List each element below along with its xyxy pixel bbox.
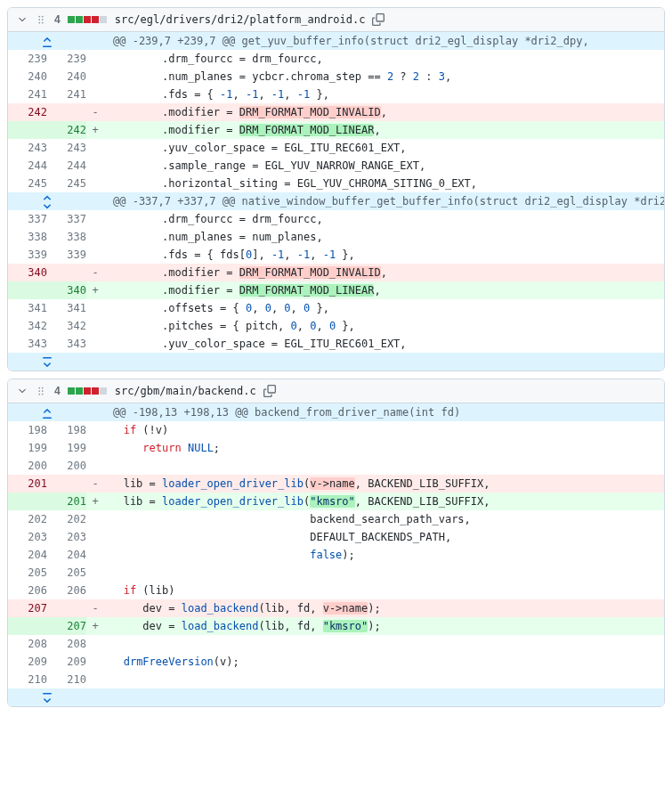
new-line-number[interactable]: 337 xyxy=(47,210,86,228)
old-line-number[interactable]: 210 xyxy=(8,671,47,688)
old-line-number[interactable]: 205 xyxy=(8,564,47,582)
old-line-number[interactable]: 206 xyxy=(8,582,47,599)
new-line-number[interactable] xyxy=(47,599,86,617)
old-line-number[interactable]: 244 xyxy=(8,157,47,175)
chevron-down-icon[interactable] xyxy=(17,14,28,25)
old-line-number[interactable]: 341 xyxy=(8,299,47,317)
old-line-number[interactable]: 245 xyxy=(8,175,47,192)
diff-sign xyxy=(86,653,104,671)
code-content: DEFAULT_BACKENDS_PATH, xyxy=(104,528,664,546)
old-line-number[interactable]: 240 xyxy=(8,68,47,86)
diff-ctx-row: 339339 .fds = { fds[0], -1, -1, -1 }, xyxy=(8,246,664,264)
copy-path-icon[interactable] xyxy=(263,385,276,397)
new-line-number[interactable]: 207 xyxy=(47,617,86,635)
new-line-number[interactable]: 206 xyxy=(47,582,86,599)
old-line-number[interactable]: 203 xyxy=(8,528,47,546)
new-line-number[interactable]: 239 xyxy=(47,50,86,68)
old-line-number[interactable]: 198 xyxy=(8,421,47,439)
old-line-number[interactable]: 343 xyxy=(8,335,47,353)
diff-sign xyxy=(86,86,104,103)
hunk-header-text: @@ -198,13 +198,13 @@ backend_from_drive… xyxy=(104,403,664,421)
hunk-header-row: @@ -239,7 +239,7 @@ get_yuv_buffer_info(… xyxy=(8,32,664,50)
old-line-number[interactable]: 339 xyxy=(8,246,47,264)
diff-sign xyxy=(86,139,104,157)
grip-icon[interactable] xyxy=(35,13,47,26)
diff-ctx-row: 243243 .yuv_color_space = EGL_ITU_REC601… xyxy=(8,139,664,157)
diff-del-row: 242- .modifier = DRM_FORMAT_MOD_INVALID, xyxy=(8,103,664,121)
old-line-number[interactable]: 337 xyxy=(8,210,47,228)
diff-ctx-row: 338338 .num_planes = num_planes, xyxy=(8,228,664,246)
diff-ctx-row: 244244 .sample_range = EGL_YUV_NARROW_RA… xyxy=(8,157,664,175)
chevron-down-icon[interactable] xyxy=(17,386,28,396)
diff-sign xyxy=(86,68,104,86)
old-line-number[interactable]: 243 xyxy=(8,139,47,157)
new-line-number[interactable]: 198 xyxy=(47,421,86,439)
file-path[interactable]: src/egl/drivers/dri2/platform_android.c xyxy=(115,13,366,26)
new-line-number[interactable]: 209 xyxy=(47,653,86,671)
new-line-number[interactable]: 240 xyxy=(47,68,86,86)
code-content: dev = load_backend(lib, fd, v->name); xyxy=(104,599,664,617)
diff-add-row: 242+ .modifier = DRM_FORMAT_MOD_LINEAR, xyxy=(8,121,664,139)
new-line-number[interactable]: 338 xyxy=(47,228,86,246)
expand-down-button[interactable] xyxy=(8,353,86,370)
diff-stat-squares xyxy=(68,16,108,23)
new-line-number[interactable]: 204 xyxy=(47,546,86,564)
new-line-number[interactable]: 244 xyxy=(47,157,86,175)
diff-sign xyxy=(86,564,104,582)
old-line-number[interactable] xyxy=(8,493,47,510)
old-line-number[interactable]: 342 xyxy=(8,317,47,335)
new-line-number[interactable]: 205 xyxy=(47,564,86,582)
old-line-number[interactable]: 208 xyxy=(8,635,47,653)
old-line-number[interactable]: 202 xyxy=(8,510,47,528)
old-line-number[interactable]: 209 xyxy=(8,653,47,671)
new-line-number[interactable]: 200 xyxy=(47,457,86,475)
new-line-number[interactable]: 241 xyxy=(47,86,86,103)
old-line-number[interactable]: 199 xyxy=(8,439,47,457)
new-line-number[interactable]: 210 xyxy=(47,671,86,688)
diff-ctx-row: 342342 .pitches = { pitch, 0, 0, 0 }, xyxy=(8,317,664,335)
expand-up-button[interactable] xyxy=(8,403,86,421)
new-line-number[interactable]: 199 xyxy=(47,439,86,457)
new-line-number[interactable]: 202 xyxy=(47,510,86,528)
old-line-number[interactable]: 207 xyxy=(8,599,47,617)
new-line-number[interactable]: 203 xyxy=(47,528,86,546)
diff-sign xyxy=(86,228,104,246)
new-line-number[interactable]: 343 xyxy=(47,335,86,353)
grip-icon[interactable] xyxy=(35,385,47,397)
expand-up-button[interactable] xyxy=(8,32,86,50)
new-line-number[interactable]: 208 xyxy=(47,635,86,653)
new-line-number[interactable]: 341 xyxy=(47,299,86,317)
old-line-number[interactable] xyxy=(8,617,47,635)
new-line-number[interactable]: 245 xyxy=(47,175,86,192)
diff-sign: - xyxy=(86,475,104,493)
diff-sign xyxy=(86,50,104,68)
old-line-number[interactable]: 340 xyxy=(8,264,47,281)
old-line-number[interactable] xyxy=(8,121,47,139)
old-line-number[interactable]: 239 xyxy=(8,50,47,68)
expand-down-button[interactable] xyxy=(8,688,86,706)
new-line-number[interactable]: 243 xyxy=(47,139,86,157)
new-line-number[interactable]: 201 xyxy=(47,493,86,510)
old-line-number[interactable]: 242 xyxy=(8,103,47,121)
old-line-number[interactable] xyxy=(8,281,47,299)
code-content: .horizontal_siting = EGL_YUV_CHROMA_SITI… xyxy=(104,175,664,192)
old-line-number[interactable]: 241 xyxy=(8,86,47,103)
old-line-number[interactable]: 204 xyxy=(8,546,47,564)
diff-sign xyxy=(86,457,104,475)
old-line-number[interactable]: 201 xyxy=(8,475,47,493)
old-line-number[interactable]: 338 xyxy=(8,228,47,246)
new-line-number[interactable] xyxy=(47,475,86,493)
new-line-number[interactable]: 340 xyxy=(47,281,86,299)
diff-sign xyxy=(86,546,104,564)
expand-both-button[interactable] xyxy=(8,192,86,210)
hunk-header-text xyxy=(104,688,664,706)
file-header: 4src/egl/drivers/dri2/platform_android.c xyxy=(8,8,664,32)
file-path[interactable]: src/gbm/main/backend.c xyxy=(115,385,256,397)
old-line-number[interactable]: 200 xyxy=(8,457,47,475)
new-line-number[interactable] xyxy=(47,103,86,121)
new-line-number[interactable]: 242 xyxy=(47,121,86,139)
copy-path-icon[interactable] xyxy=(372,13,385,26)
new-line-number[interactable] xyxy=(47,264,86,281)
new-line-number[interactable]: 342 xyxy=(47,317,86,335)
new-line-number[interactable]: 339 xyxy=(47,246,86,264)
